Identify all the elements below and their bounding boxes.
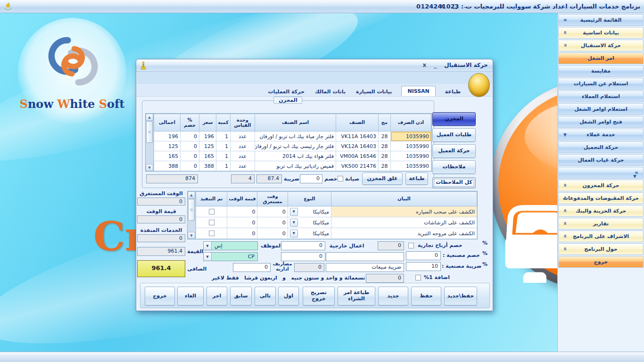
last-record-button[interactable]: اخر [206,287,227,305]
currency-combo[interactable]: ▼ CP [203,252,258,261]
commercial-discount-checkbox[interactable] [408,243,414,248]
sidebar-item-main-menu[interactable]: » القائمة الرئيسية [558,14,644,26]
store-row[interactable]: 1035990 28 VK12A 16403 فلتر جاز رئيسى بي… [154,141,431,151]
cell[interactable]: 1035990 [391,132,431,141]
cell[interactable]: 125 [154,141,181,151]
tab-brand-nissan[interactable]: NISSAN [401,86,435,96]
customer-movement-button[interactable]: حركة العميل [432,144,476,158]
tab-operations[interactable]: حركة العمليات [267,87,305,96]
save-button[interactable]: حفظ [411,287,441,305]
col-discount[interactable]: % خصم [181,114,199,132]
cancel-button[interactable]: الغاء [177,287,204,305]
row2-input[interactable]: 0 [281,252,325,261]
sidebar-item-work-orders-inquiry[interactable]: استعلام اوامر الشغل [558,103,644,115]
cell[interactable]: 0 [227,228,257,239]
type-value[interactable]: ميكانيكا [313,220,329,226]
cell[interactable]: 165 [199,151,216,161]
sidebar-item-open-work-orders[interactable]: فتح اوامر الشغل [558,116,644,128]
gold-circle-button[interactable] [468,73,490,97]
cell[interactable]: الكشف على مروحه التبريد [331,228,477,239]
cell[interactable]: VK500 21476 [336,161,379,171]
cell[interactable]: VK12A 16403 [336,141,379,151]
cell[interactable]: 0 [227,217,257,228]
cell[interactable]: 0 [181,151,199,161]
cell[interactable]: عدد [231,132,255,141]
cell[interactable]: 1035990 [391,141,431,151]
dropdown-arrow-icon[interactable]: ▼ [204,242,212,250]
previous-record-button[interactable]: سابق [230,287,252,305]
sidebar-item-reception[interactable]: » حركة الاستقبال [558,40,644,51]
customer-requests-button[interactable]: طلبات العميل [432,128,476,142]
operation-row[interactable]: الكشف على الرشاشات ميكانيكا▼ 0 0 [196,217,477,228]
operation-row[interactable]: الكشف على مروحه التبريد ميكانيكا▼ 0 0 [196,228,477,239]
col-price[interactable]: سعر [199,114,216,132]
sidebar-item-program-supervision[interactable]: » الاشراف على البرنامج [558,230,644,242]
cell[interactable]: 0 [257,217,288,228]
col-item-code[interactable]: الصنف [336,114,379,132]
first-record-button[interactable]: اول [278,287,299,305]
cell[interactable]: VM00A 16546 [336,151,379,161]
sidebar-item-overflow[interactable]: » ▼ [558,167,644,179]
scroll-up-icon[interactable]: ▲ [188,191,195,198]
dropdown-arrow-icon[interactable]: ▼ [204,253,212,261]
scroll-down-icon[interactable]: ▼ [146,164,153,171]
notes-button[interactable]: ملاحظات [432,160,476,174]
cell[interactable]: 28 [379,151,391,161]
cell[interactable]: 0 [257,228,288,239]
store-row[interactable]: 1035990 28 VK11A 16403 فلتر جاز مياة بيك… [154,132,431,141]
col-store-code[interactable]: مج [379,114,391,132]
scroll-thumb[interactable] [146,121,153,143]
sidebar-item-inventory-movement[interactable]: » حركة المخزون [558,180,644,191]
dropdown-arrow-icon[interactable]: ▼ [290,208,298,216]
col-unit[interactable]: وحدة القياس [231,114,255,132]
operation-row[interactable]: الكشف على سحب السياره ميكانيكا▼ 0 0 [196,206,477,217]
tab-print[interactable]: طباعة [444,87,462,96]
col-time-spent[interactable]: وقت مستغرق [257,192,288,206]
cell[interactable]: 0 [181,141,199,151]
cell[interactable]: 125 [199,141,216,151]
cell[interactable]: 0 [227,206,257,217]
col-time-value[interactable]: قيمة الوقت [227,192,257,206]
done-checkbox[interactable] [209,209,215,214]
done-checkbox[interactable] [209,230,215,236]
store-row[interactable]: 1035990 28 VK500 21476 قميص رادياتير بيك… [154,161,431,171]
store-grid-scrollbar[interactable]: ▲ ▼ [146,114,154,171]
dropdown-arrow-icon[interactable]: ▼ [290,230,298,238]
cell[interactable]: الكشف على الرشاشات [331,217,477,228]
cell[interactable]: 1 [216,141,231,151]
col-item-name[interactable]: اسم الصنف [255,114,336,132]
dialog-minimize-button[interactable]: _ [434,62,437,68]
type-value[interactable]: ميكانيكا [313,230,329,237]
cell[interactable]: فلتر جاز رئيسى بيك اب تربو / اورفان [255,141,336,151]
print-purchase-order-button[interactable]: طباعة امر الشراء [338,287,375,305]
operations-grid-scrollbar[interactable]: ▲ ▼ [188,191,196,239]
cell[interactable]: فلتر هواء بيك اب 2014 [255,151,336,161]
tab-owner-data[interactable]: بانات المالك [314,87,347,96]
type-value[interactable]: ميكانيكا [313,209,329,215]
store-view-button[interactable]: المخزن [432,112,476,126]
external-works-input[interactable]: 0 [281,241,325,250]
cell[interactable]: 28 [379,141,391,151]
all-notes-button[interactable]: كل الملاحظات [432,177,476,188]
exit-button[interactable]: خروج [145,287,175,305]
cell[interactable]: 196 [199,132,216,141]
col-statement[interactable]: البيان [331,192,477,206]
row2-wide-box[interactable] [326,252,404,261]
cell[interactable]: عدد [231,151,255,161]
sidebar-item-about-program[interactable]: » حول البرنامج [558,243,644,255]
dropdown-arrow-icon[interactable]: ▼ [290,219,298,227]
sidebar-item-customer-service[interactable]: ▼ خدمة عملاء [558,129,644,140]
exit-permit-button[interactable]: تصريح خروج [303,287,335,305]
col-qty[interactable]: كمية [216,114,231,132]
cell[interactable]: قميص رادياتير بيك اب تربو [255,161,336,171]
maintenance-checkbox[interactable] [338,176,343,181]
sidebar-item-basic-data[interactable]: » بيانات اساسية [558,27,644,39]
sidebar-item-estimate[interactable]: مقايسة [558,65,644,77]
cell[interactable]: 0 [181,161,199,171]
addition-one-percent-checkbox[interactable] [415,275,421,280]
next-record-button[interactable]: تالى [255,287,276,305]
cell[interactable]: 28 [379,132,391,141]
cell[interactable]: 165 [154,151,181,161]
col-type[interactable]: النوع [288,192,331,206]
cell[interactable]: 1 [216,132,231,141]
